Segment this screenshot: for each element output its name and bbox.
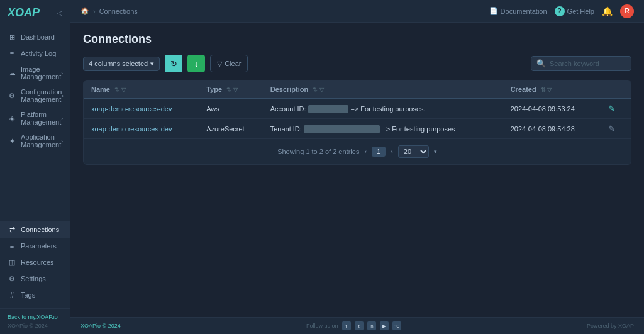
powered-by: Powered by XOAP [587, 323, 634, 329]
refresh-button[interactable]: ↻ [165, 55, 182, 72]
blurred-account-id: ████████ [308, 105, 349, 113]
chevron-down-icon: ▾ [150, 60, 154, 68]
sidebar-item-label: Parameters [21, 242, 57, 250]
dashboard-icon: ⊞ [8, 33, 16, 42]
col-actions [598, 81, 631, 99]
sidebar-item-platform-management[interactable]: ◈ Platform Management › [0, 107, 70, 130]
follow-us-label: Follow us on [306, 323, 338, 329]
breadcrumb: 🏠 › Connections [80, 7, 138, 15]
sort-icon[interactable]: ⇅ ▽ [541, 87, 552, 93]
blurred-tenant-id: ████████████████ [304, 125, 380, 133]
tags-icon: # [8, 291, 16, 299]
sidebar-item-label: Platform Management [21, 111, 61, 126]
facebook-icon[interactable]: f [342, 321, 351, 330]
connection-actions: ✎ [598, 99, 631, 119]
pagination-next[interactable]: › [391, 148, 393, 155]
settings-icon: ⚙ [8, 274, 16, 283]
connection-actions: ✎ [598, 119, 631, 139]
bottom-bar: XOAPio © 2024 Follow us on f t in ▶ ⌥ Po… [70, 317, 644, 334]
sidebar-item-label: Image Management [21, 65, 61, 81]
search-box: 🔍 [531, 56, 631, 71]
connections-table: Name ⇅ ▽ Type ⇅ ▽ Description ⇅ ▽ Crea [83, 80, 631, 165]
sidebar-item-connections[interactable]: ⇄ Connections [0, 221, 70, 238]
connections-icon: ⇄ [8, 225, 16, 234]
application-management-icon: ✦ [8, 136, 16, 145]
sidebar-item-activity-log[interactable]: ≡ Activity Log [0, 45, 70, 62]
sidebar-item-configuration-management[interactable]: ⚙ Configuration Management › [0, 84, 70, 107]
breadcrumb-separator: › [93, 8, 96, 15]
sidebar-item-label: Connections [21, 226, 59, 233]
col-type: Type ⇅ ▽ [199, 81, 263, 99]
logo-text: XOAP [8, 6, 40, 19]
social-icons: Follow us on f t in ▶ ⌥ [306, 321, 401, 330]
github-icon[interactable]: ⌥ [392, 321, 401, 330]
notification-icon[interactable]: 🔔 [602, 6, 613, 16]
user-avatar[interactable]: R [620, 4, 634, 18]
connections-toolbar: 4 columns selected ▾ ↻ ↓ ▽ Clear 🔍 [83, 55, 631, 72]
edit-connection-button[interactable]: ✎ [606, 103, 618, 114]
linkedin-icon[interactable]: in [367, 321, 376, 330]
sidebar-bottom-nav: ⇄ Connections ≡ Parameters ◫ Resources ⚙… [0, 216, 70, 308]
clear-button[interactable]: ▽ Clear [210, 55, 248, 72]
sidebar-item-resources[interactable]: ◫ Resources [0, 254, 70, 270]
documentation-link[interactable]: 📄 Documentation [489, 7, 547, 15]
breadcrumb-current: Connections [99, 8, 138, 15]
sidebar-item-label: Application Management [21, 133, 61, 148]
sidebar-item-parameters[interactable]: ≡ Parameters [0, 238, 70, 254]
bottom-copyright: XOAPio © 2024 [80, 323, 121, 329]
xoapio-link[interactable]: XOAPio © 2024 [80, 323, 121, 329]
topbar-actions: 📄 Documentation ? Get Help 🔔 R [489, 4, 634, 18]
description-prefix: Tenant ID: [270, 125, 304, 133]
connections-content: Connections 4 columns selected ▾ ↻ ↓ ▽ C… [70, 23, 644, 317]
sidebar-top-nav: ⊞ Dashboard ≡ Activity Log ☁ Image Manag… [0, 25, 70, 216]
sort-icon[interactable]: ⇅ ▽ [226, 87, 238, 93]
youtube-icon[interactable]: ▶ [380, 321, 389, 330]
get-help-link[interactable]: ? Get Help [555, 6, 594, 16]
pagination-current-page[interactable]: 1 [372, 147, 386, 157]
description-suffix: => For testing purposes [380, 125, 455, 133]
description-prefix: Account ID: [270, 105, 308, 113]
pagination-prev[interactable]: ‹ [364, 148, 367, 155]
connection-type: Aws [199, 99, 263, 119]
sidebar-item-label: Activity Log [21, 50, 56, 57]
table-row: xoap-demo-resources-dev AzureSecret Tena… [84, 119, 631, 139]
sidebar-item-tags[interactable]: # Tags [0, 287, 70, 303]
sidebar-item-label: Resources [21, 259, 54, 266]
image-management-icon: ☁ [8, 69, 16, 77]
sort-icon[interactable]: ⇅ ▽ [313, 87, 324, 93]
main-content: 🏠 › Connections 📄 Documentation ? Get He… [70, 0, 644, 334]
search-input[interactable] [550, 60, 626, 67]
export-button[interactable]: ↓ [187, 55, 205, 72]
sidebar-item-label: Configuration Management [21, 88, 62, 103]
sidebar-collapse-button[interactable]: ◁ [57, 9, 62, 16]
col-description: Description ⇅ ▽ [263, 81, 503, 99]
home-icon[interactable]: 🏠 [80, 7, 89, 15]
page-title: Connections [83, 33, 631, 46]
sidebar-item-label: Settings [21, 275, 46, 282]
sidebar-item-application-management[interactable]: ✦ Application Management › [0, 130, 70, 152]
delete-connection-button[interactable]: ✎ [606, 123, 618, 135]
pagination: Showing 1 to 2 of 2 entries ‹ 1 › 20 10 … [84, 138, 631, 164]
book-icon: 📄 [489, 7, 498, 15]
sidebar: XOAP ◁ ⊞ Dashboard ≡ Activity Log ☁ Imag… [0, 0, 70, 334]
chevron-right-icon: › [62, 93, 64, 99]
sidebar-logo: XOAP ◁ [0, 0, 70, 25]
pagination-info: Showing 1 to 2 of 2 entries [277, 148, 359, 155]
per-page-select[interactable]: 20 10 50 100 [398, 145, 429, 158]
sidebar-item-image-management[interactable]: ☁ Image Management › [0, 62, 70, 84]
columns-selector[interactable]: 4 columns selected ▾ [83, 57, 160, 71]
description-suffix: => For testing purposes. [348, 105, 425, 113]
sort-icon[interactable]: ⇅ ▽ [114, 87, 126, 93]
config-management-icon: ⚙ [8, 91, 16, 100]
back-link[interactable]: Back to my.XOAP.io [8, 314, 62, 320]
activity-log-icon: ≡ [8, 49, 16, 58]
twitter-icon[interactable]: t [355, 321, 364, 330]
sidebar-item-dashboard[interactable]: ⊞ Dashboard [0, 29, 70, 45]
connection-name: xoap-demo-resources-dev [84, 99, 199, 119]
connection-created: 2024-04-08 09:54:28 [503, 119, 599, 139]
filter-icon: ▽ [217, 60, 222, 68]
sidebar-footer: Back to my.XOAP.io XOAPio © 2024 [0, 308, 70, 334]
sidebar-item-settings[interactable]: ⚙ Settings [0, 270, 70, 287]
chevron-right-icon: › [61, 70, 63, 76]
parameters-icon: ≡ [8, 242, 16, 250]
